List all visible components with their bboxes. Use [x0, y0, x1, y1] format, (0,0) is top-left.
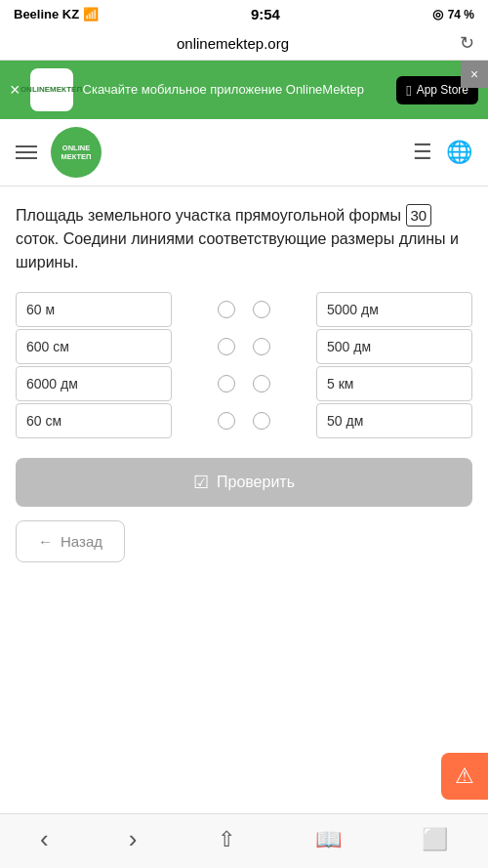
circle-left-2[interactable] — [218, 375, 235, 393]
back-button[interactable]: ← Назад — [16, 520, 125, 562]
circle-right-0[interactable] — [253, 301, 270, 318]
status-right: ◎ 74 % — [432, 7, 474, 21]
circle-right-1[interactable] — [253, 338, 270, 355]
app-banner: × ONLINE МЕКТЕП Скачайте мобильное прило… — [0, 61, 488, 119]
apple-icon:  — [406, 82, 411, 99]
circle-right-2[interactable] — [253, 375, 270, 393]
match-right-3: 50 дм — [316, 403, 472, 438]
circle-left-1[interactable] — [218, 338, 235, 355]
hamburger-line3 — [16, 157, 37, 159]
circle-left-0[interactable] — [218, 301, 235, 318]
match-left-0: 60 м — [16, 292, 172, 327]
match-right-1: 500 дм — [316, 329, 472, 364]
banner-text: Скачайте мобильное приложение OnlineMekt… — [83, 81, 387, 99]
match-row: 60 м 5000 дм — [16, 292, 472, 327]
match-left-3: 60 см — [16, 403, 172, 438]
match-left-2: 6000 дм — [16, 366, 172, 401]
battery-label: 74 % — [448, 8, 474, 21]
check-icon: ☑ — [193, 472, 209, 493]
hamburger-line1 — [16, 145, 37, 147]
match-row: 6000 дм 5 км — [16, 366, 472, 401]
nav-bar: ONLINE МЕКТЕП ☰ 🌐 — [0, 119, 488, 186]
circle-icon: ◎ — [432, 7, 443, 21]
banner-logo: ONLINE МЕКТЕП — [30, 68, 73, 111]
match-circles-2 — [172, 375, 316, 393]
question-text: Площадь земельного участка прямоугольной… — [16, 204, 472, 274]
status-bar: Beeline KZ 📶 9:54 ◎ 74 % — [0, 0, 488, 26]
banner-dismiss-button[interactable]: × — [461, 61, 488, 88]
hamburger-line2 — [16, 151, 37, 153]
nav-right: ☰ 🌐 — [413, 140, 472, 165]
hamburger-menu[interactable] — [16, 145, 37, 159]
match-area: 60 м 5000 дм 600 см 500 дм 6000 дм 5 км … — [16, 292, 472, 438]
url-text: onlinemektep.org — [14, 35, 452, 52]
match-left-1: 600 см — [16, 329, 172, 364]
circle-right-3[interactable] — [253, 412, 270, 430]
match-circles-0 — [172, 301, 316, 318]
time-label: 9:54 — [251, 6, 280, 22]
match-circles-1 — [172, 338, 316, 355]
circle-left-3[interactable] — [218, 412, 235, 430]
match-right-0: 5000 дм — [316, 292, 472, 327]
banner-close-icon[interactable]: × — [10, 80, 20, 101]
match-circles-3 — [172, 412, 316, 430]
list-view-icon[interactable]: ☰ — [413, 140, 432, 165]
nav-logo[interactable]: ONLINE МЕКТЕП — [51, 127, 102, 178]
check-label: Проверить — [217, 474, 295, 491]
status-left: Beeline KZ 📶 — [14, 7, 99, 21]
check-button[interactable]: ☑ Проверить — [16, 458, 472, 507]
number-badge: 30 — [406, 204, 432, 227]
main-content: Площадь земельного участка прямоугольной… — [0, 186, 488, 572]
reload-icon[interactable]: ↻ — [460, 32, 474, 54]
wifi-icon: 📶 — [83, 7, 99, 21]
language-icon[interactable]: 🌐 — [446, 140, 472, 165]
match-row: 60 см 50 дм — [16, 403, 472, 438]
back-arrow-icon: ← — [38, 533, 53, 550]
match-right-2: 5 км — [316, 366, 472, 401]
back-label: Назад — [61, 533, 102, 550]
match-row: 600 см 500 дм — [16, 329, 472, 364]
nav-left: ONLINE МЕКТЕП — [16, 127, 102, 178]
carrier-label: Beeline KZ — [14, 7, 79, 21]
banner-wrapper: × ONLINE МЕКТЕП Скачайте мобильное прило… — [0, 61, 488, 119]
address-bar: onlinemektep.org ↻ — [0, 26, 488, 61]
